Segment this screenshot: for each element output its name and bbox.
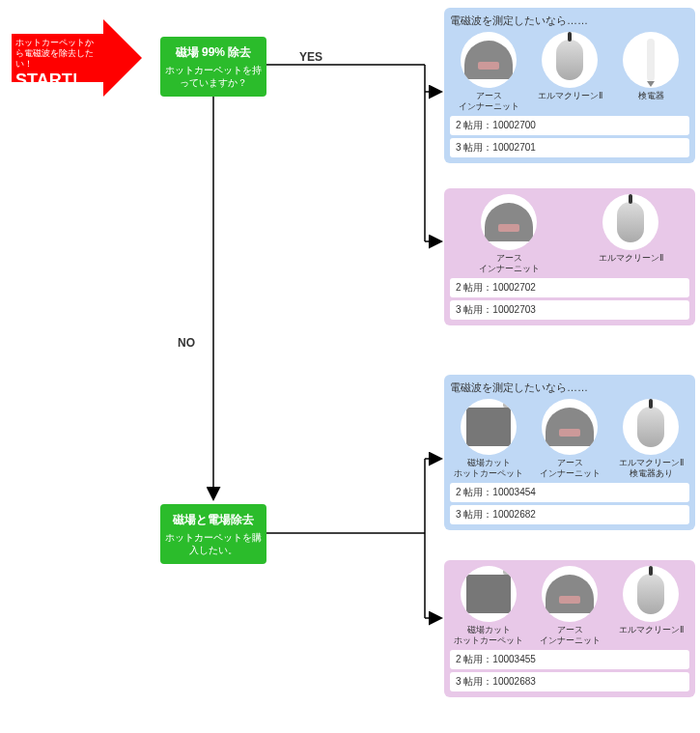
knit-icon [546,575,594,613]
sku-row: 3 帖用：10002682 [450,505,689,524]
product-name: エルマクリーンⅡ検電器あり [612,458,689,479]
sku-row: 3 帖用：10002701 [450,138,689,157]
product-item: エルマクリーンⅡ [572,194,689,274]
knit-icon [464,41,513,79]
panel-3: 電磁波を測定したいなら…… 磁場カットホットカーペットアースインナーニットエルマ… [444,375,695,530]
product-image [481,194,537,250]
product-image [542,399,598,455]
carpet-icon [466,408,511,446]
product-name: アースインナーニット [531,625,608,646]
product-image [542,566,598,622]
sku-row: 3 帖用：10002683 [450,672,689,691]
panel-2: アースインナーニットエルマクリーンⅡ 2 帖用：100027023 帖用：100… [444,188,695,325]
product-item: エルマクリーンⅡ [531,32,608,112]
product-item: 磁場カットホットカーペット [450,399,527,479]
node1-sub: ホットカーペットを持っていますか？ [164,64,263,89]
panel-3-header: 電磁波を測定したいなら…… [450,381,689,395]
mouse-icon [637,574,664,614]
knit-icon [485,203,533,241]
start-line1: ホットカーペットから電磁波を除去したい！ [15,38,99,69]
product-name: 検電器 [612,91,689,101]
mouse-icon [637,407,664,447]
start-arrow: ホットカーペットから電磁波を除去したい！ START! [12,19,147,97]
node2-title: 磁場と電場除去 [164,512,263,528]
product-image [461,32,517,88]
sku-row: 2 帖用：10003455 [450,650,689,669]
product-name: 磁場カットホットカーペット [450,458,527,479]
product-image [623,566,679,622]
product-item: エルマクリーンⅡ [612,566,689,646]
product-name: エルマクリーンⅡ [612,625,689,635]
product-item: 検電器 [612,32,689,112]
label-yes: YES [299,50,322,64]
node2-sub: ホットカーペットを購入したい。 [164,531,263,556]
sku-row: 2 帖用：10002700 [450,116,689,135]
pen-icon [647,39,655,81]
panel-4: 磁場カットホットカーペットアースインナーニットエルマクリーンⅡ 2 帖用：100… [444,560,695,697]
product-image [623,399,679,455]
product-name: アースインナーニット [531,458,608,479]
product-image [461,399,517,455]
label-no: NO [178,336,195,350]
node1-title: 磁場 99% 除去 [164,44,263,61]
decision-node-2: 磁場と電場除去 ホットカーペットを購入したい。 [160,504,266,564]
panel-1-header: 電磁波を測定したいなら…… [450,14,689,28]
sku-row: 2 帖用：10002702 [450,278,689,297]
product-image [542,32,598,88]
product-item: アースインナーニット [450,194,568,274]
mouse-icon [556,40,583,80]
product-name: 磁場カットホットカーペット [450,625,527,646]
product-item: エルマクリーンⅡ検電器あり [612,399,689,479]
product-image [623,32,679,88]
carpet-icon [466,575,511,613]
panel-1: 電磁波を測定したいなら…… アースインナーニットエルマクリーンⅡ検電器 2 帖用… [444,8,695,163]
mouse-icon [617,202,644,242]
product-item: 磁場カットホットカーペット [450,566,527,646]
product-item: アースインナーニット [450,32,527,112]
sku-row: 2 帖用：10003454 [450,483,689,502]
product-name: エルマクリーンⅡ [531,91,608,101]
product-name: エルマクリーンⅡ [572,253,689,264]
product-image [602,194,658,250]
decision-node-1: 磁場 99% 除去 ホットカーペットを持っていますか？ [160,37,266,97]
product-item: アースインナーニット [531,566,608,646]
start-line2: START! [15,70,99,91]
product-image [461,566,517,622]
knit-icon [546,408,594,446]
product-name: アースインナーニット [450,91,527,112]
sku-row: 3 帖用：10002703 [450,300,689,320]
product-name: アースインナーニット [450,253,568,274]
product-item: アースインナーニット [531,399,608,479]
